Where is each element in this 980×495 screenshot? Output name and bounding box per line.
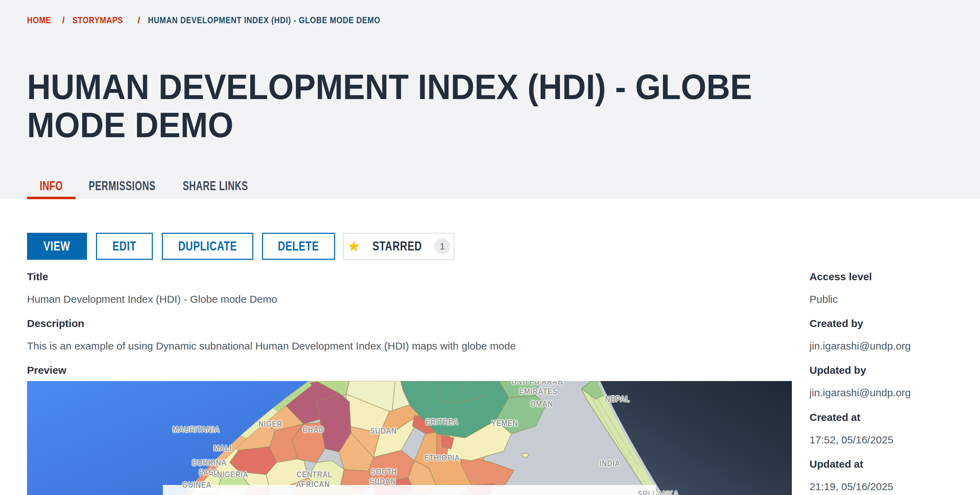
title-label: Title — [27, 271, 48, 282]
access-level-label: Access level — [810, 271, 872, 282]
title-value: Human Development Index (HDI) - Globe mo… — [27, 294, 277, 305]
tab-share-links[interactable]: SHARE LINKS — [169, 173, 262, 198]
description-value: This is an example of using Dynamic subn… — [27, 340, 516, 352]
created-at-label: Created at — [810, 411, 861, 423]
globe-map-graphic — [27, 381, 792, 495]
breadcrumb-home[interactable]: HOME — [27, 15, 51, 25]
page-title: HUMAN DEVELOPMENT INDEX (HDI) - GLOBE MO… — [27, 68, 935, 144]
breadcrumb-separator: / — [138, 15, 140, 25]
view-button[interactable]: VIEW — [27, 233, 87, 260]
breadcrumb-storymaps[interactable]: STORYMAPS — [72, 15, 123, 25]
tab-info[interactable]: INFO — [27, 173, 76, 198]
storymap-info-page: HOME / STORYMAPS / HUMAN DEVELOPMENT IND… — [0, 0, 980, 495]
created-at-value: 17:52, 05/16/2025 — [810, 434, 893, 446]
edit-button[interactable]: EDIT — [96, 233, 153, 260]
breadcrumb-current: HUMAN DEVELOPMENT INDEX (HDI) - GLOBE MO… — [148, 15, 380, 25]
created-by-value: jin.igarashi@undp.org — [810, 340, 911, 352]
updated-by-value: jin.igarashi@undp.org — [810, 387, 911, 399]
tab-permissions[interactable]: PERMISSIONS — [76, 173, 169, 198]
preview-label: Preview — [27, 365, 66, 376]
page-header: HOME / STORYMAPS / HUMAN DEVELOPMENT IND… — [0, 0, 980, 198]
star-icon: ★ — [347, 239, 361, 254]
breadcrumb: HOME / STORYMAPS / HUMAN DEVELOPMENT IND… — [27, 15, 412, 25]
updated-at-label: Updated at — [810, 458, 863, 470]
map-preview[interactable]: UNITED ARABEMIRATESOMANNEPALMAURITANIANI… — [27, 381, 792, 495]
updated-at-value: 21:19, 05/16/2025 — [810, 481, 893, 493]
storymap-footer-bar — [163, 485, 656, 495]
breadcrumb-separator: / — [62, 15, 64, 25]
created-by-label: Created by — [810, 318, 863, 329]
description-label: Description — [27, 318, 84, 329]
updated-by-label: Updated by — [810, 365, 866, 376]
delete-button[interactable]: DELETE — [262, 233, 335, 260]
access-level-value: Public — [810, 294, 838, 305]
duplicate-button[interactable]: DUPLICATE — [162, 233, 253, 260]
star-count-badge: 1 — [434, 238, 450, 254]
starred-button[interactable]: ★ STARRED 1 — [343, 233, 454, 260]
